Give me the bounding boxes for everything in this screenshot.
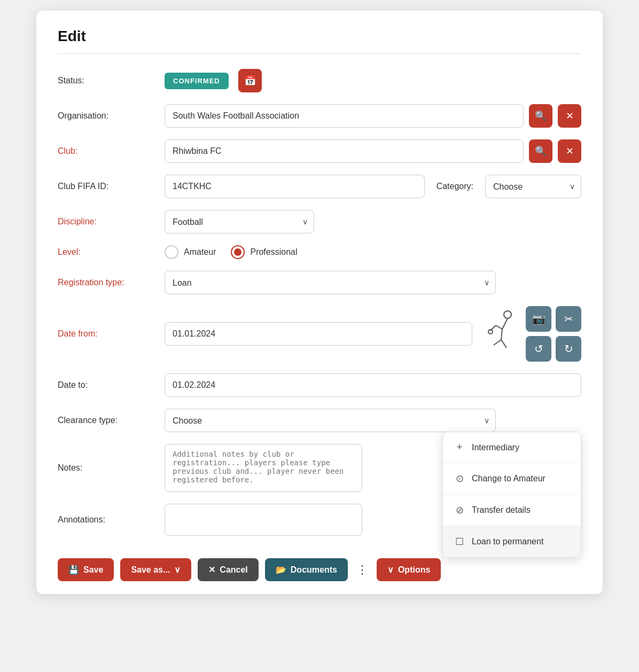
date-from-label: Date from: bbox=[58, 329, 165, 339]
clearance-type-controls: Choose ∨ bbox=[165, 409, 581, 432]
close-icon: ✕ bbox=[566, 110, 574, 122]
save-as-label: Save as... bbox=[131, 565, 170, 575]
club-fifa-id-input[interactable] bbox=[165, 175, 425, 198]
calendar-icon: 📅 bbox=[244, 75, 256, 87]
document-icon: ☐ bbox=[454, 536, 465, 548]
status-label: Status: bbox=[58, 76, 165, 85]
dropdown-item-transfer-details[interactable]: ⊘ Transfer details bbox=[443, 495, 581, 526]
date-to-input[interactable] bbox=[165, 373, 581, 397]
clearance-type-select-wrapper: Choose ∨ bbox=[165, 409, 496, 432]
camera-icon: 📷 bbox=[532, 312, 546, 325]
player-actions-area: 📷 ✂ ↺ ↻ bbox=[486, 306, 581, 362]
scissors-icon: ✂ bbox=[564, 312, 573, 325]
club-controls: 🔍 ✕ bbox=[165, 139, 581, 163]
organisation-row: Organisation: 🔍 ✕ bbox=[58, 104, 581, 128]
club-fifa-id-label: Club FIFA ID: bbox=[58, 182, 165, 191]
level-row: Level: Amateur Professional bbox=[58, 245, 581, 259]
change-to-amateur-label: Change to Amateur bbox=[472, 474, 546, 483]
camera-button[interactable]: 📷 bbox=[526, 306, 551, 332]
club-label: Club: bbox=[58, 146, 165, 156]
level-radio-group: Amateur Professional bbox=[165, 245, 298, 259]
svg-point-0 bbox=[504, 311, 511, 318]
date-to-label: Date to: bbox=[58, 380, 165, 390]
date-from-controls: 📷 ✂ ↺ ↻ bbox=[165, 306, 581, 362]
folder-icon: 📂 bbox=[276, 565, 286, 575]
modal-title: Edit bbox=[58, 28, 581, 45]
organisation-input[interactable] bbox=[165, 104, 524, 128]
player-figure bbox=[486, 310, 520, 358]
options-button[interactable]: ∨ Options bbox=[377, 558, 441, 581]
status-row: Status: CONFIRMED 📅 bbox=[58, 69, 581, 92]
organisation-search-button[interactable]: 🔍 bbox=[529, 104, 552, 128]
more-options-dots[interactable]: ⋮ bbox=[354, 563, 370, 577]
notes-textarea[interactable] bbox=[165, 444, 362, 492]
undo-button[interactable]: ↺ bbox=[526, 336, 551, 362]
professional-radio-option[interactable]: Professional bbox=[231, 245, 297, 259]
clearance-type-row: Clearance type: Choose ∨ bbox=[58, 409, 581, 432]
circle-icon: ⊙ bbox=[454, 473, 465, 485]
level-controls: Amateur Professional bbox=[165, 245, 581, 259]
svg-line-2 bbox=[496, 325, 502, 329]
professional-label: Professional bbox=[250, 247, 297, 257]
edit-modal: Edit Status: CONFIRMED 📅 Organisation: 🔍… bbox=[36, 11, 603, 594]
discipline-row: Discipline: Football ∨ bbox=[58, 210, 581, 233]
cancel-button[interactable]: ✕ Cancel bbox=[198, 558, 258, 581]
svg-line-1 bbox=[502, 318, 508, 329]
loan-to-permanent-label: Loan to permanent bbox=[472, 537, 543, 546]
club-clear-button[interactable]: ✕ bbox=[558, 139, 581, 163]
scissors-button[interactable]: ✂ bbox=[556, 306, 581, 332]
organisation-clear-button[interactable]: ✕ bbox=[558, 104, 581, 128]
documents-label: Documents bbox=[291, 565, 337, 575]
clearance-type-select[interactable]: Choose bbox=[165, 409, 496, 432]
footer: 💾 Save Save as... ∨ ✕ Cancel 📂 Documents… bbox=[58, 548, 581, 594]
documents-button[interactable]: 📂 Documents bbox=[265, 558, 348, 581]
svg-line-3 bbox=[501, 329, 502, 340]
calendar-button[interactable]: 📅 bbox=[238, 69, 262, 92]
amateur-radio-circle bbox=[165, 245, 178, 259]
category-label: Category: bbox=[437, 182, 473, 191]
club-row: Club: 🔍 ✕ bbox=[58, 139, 581, 163]
action-buttons-grid: 📷 ✂ ↺ ↻ bbox=[526, 306, 581, 362]
close-icon: ✕ bbox=[208, 565, 215, 575]
redo-icon: ↻ bbox=[564, 342, 573, 355]
discipline-label: Discipline: bbox=[58, 217, 165, 226]
close-icon: ✕ bbox=[566, 145, 574, 157]
discipline-select-wrapper: Football ∨ bbox=[165, 210, 314, 233]
options-label: Options bbox=[398, 565, 430, 575]
reg-type-controls: Loan ∨ bbox=[165, 271, 581, 294]
save-button[interactable]: 💾 Save bbox=[58, 558, 114, 581]
reg-type-select-wrapper: Loan ∨ bbox=[165, 271, 496, 294]
save-as-button[interactable]: Save as... ∨ bbox=[120, 558, 191, 581]
amateur-label: Amateur bbox=[184, 247, 216, 257]
dropdown-item-loan-to-permanent[interactable]: ☐ Loan to permanent bbox=[443, 526, 581, 557]
dropdown-item-change-to-amateur[interactable]: ⊙ Change to Amateur bbox=[443, 463, 581, 495]
chevron-down-icon: ∨ bbox=[387, 565, 394, 575]
organisation-controls: 🔍 ✕ bbox=[165, 104, 581, 128]
fifa-id-controls: Category: Choose ∨ bbox=[165, 175, 581, 198]
notes-label: Notes: bbox=[58, 463, 165, 473]
annotations-label: Annotations: bbox=[58, 515, 165, 525]
redo-button[interactable]: ↻ bbox=[556, 336, 581, 362]
annotations-textarea[interactable] bbox=[165, 504, 362, 536]
dropdown-item-intermediary[interactable]: + Intermediary bbox=[443, 432, 581, 463]
date-from-input[interactable] bbox=[165, 322, 472, 346]
transfer-icon: ⊘ bbox=[454, 504, 465, 516]
date-to-row: Date to: bbox=[58, 373, 581, 397]
divider bbox=[58, 53, 581, 54]
discipline-select[interactable]: Football bbox=[165, 210, 314, 233]
search-icon: 🔍 bbox=[535, 110, 547, 122]
plus-icon: + bbox=[454, 442, 465, 453]
reg-type-select[interactable]: Loan bbox=[165, 271, 496, 294]
category-select[interactable]: Choose bbox=[485, 175, 581, 198]
fifa-id-row: Club FIFA ID: Category: Choose ∨ bbox=[58, 175, 581, 198]
club-search-button[interactable]: 🔍 bbox=[529, 139, 552, 163]
amateur-radio-option[interactable]: Amateur bbox=[165, 245, 216, 259]
cancel-label: Cancel bbox=[220, 565, 247, 575]
professional-radio-circle bbox=[231, 245, 245, 259]
status-controls: CONFIRMED 📅 bbox=[165, 69, 581, 92]
discipline-controls: Football ∨ bbox=[165, 210, 581, 233]
club-input[interactable] bbox=[165, 139, 524, 163]
confirmed-badge: CONFIRMED bbox=[165, 73, 229, 89]
save-icon: 💾 bbox=[68, 565, 79, 575]
svg-line-4 bbox=[494, 340, 501, 345]
